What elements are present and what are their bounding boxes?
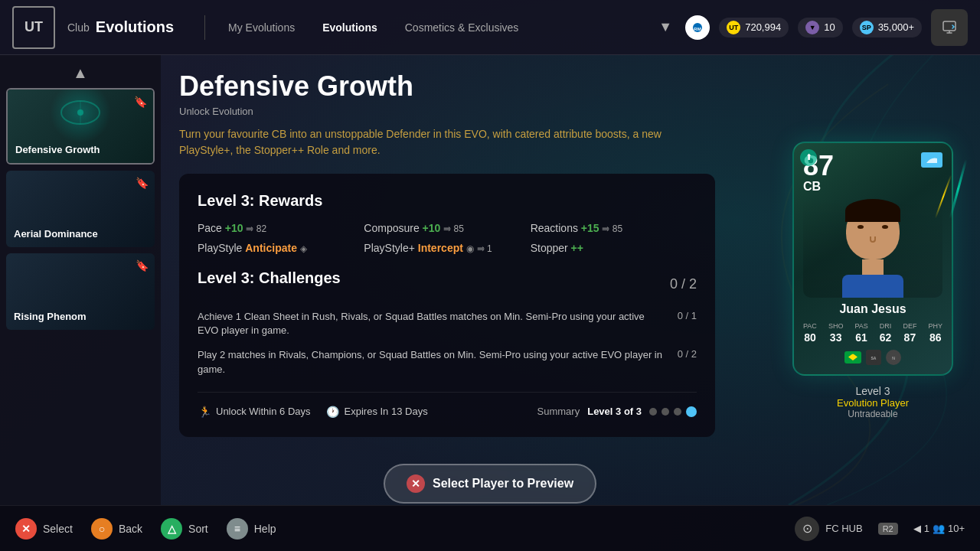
reward-pace-value: +10 [225, 222, 243, 234]
sidebar-up-arrow[interactable]: ▲ [0, 61, 161, 85]
coins-value: 720,994 [745, 21, 781, 33]
stat-sho: SHO 33 [828, 322, 844, 344]
face-head [846, 202, 900, 259]
reward-composure-max: ⥤ 85 [443, 223, 464, 234]
stat-phy-label: PHY [928, 322, 942, 330]
unlock-within-icon: 🏃 [198, 405, 211, 419]
trophies-icon: ▼ [805, 21, 819, 34]
glow-line-1 [949, 158, 968, 218]
tab-cosmetics[interactable]: Cosmetics & Exclusives [394, 17, 530, 38]
rewards-grid: Pace +10 ⥤ 82 Composure +10 ⥤ 85 Reactio… [198, 222, 697, 254]
filter-icon[interactable]: ▼ [655, 17, 676, 38]
card-stats: PAC 80 SHO 33 PAS 61 DRI 62 DEF 87 [803, 322, 942, 344]
face-hair [845, 199, 900, 222]
select-action-label: Select [43, 523, 73, 535]
sp-icon: SP [860, 21, 874, 34]
stat-pas-label: PAS [854, 322, 867, 330]
main-layout: ▲ Defensive Growth 🔖 Aerial Dominance 🔖 … [0, 55, 980, 505]
nav-users-icon: 👥 [933, 523, 945, 534]
select-button-x-icon: ✕ [407, 474, 425, 493]
club-label: Club [67, 21, 90, 34]
expires-text: Expires In 13 Days [345, 406, 428, 417]
stat-sho-label: SHO [828, 322, 844, 330]
card-player-image [803, 198, 942, 298]
stat-sho-value: 33 [830, 331, 842, 344]
challenges-total: 0 / 2 [670, 276, 697, 292]
help-action-label: Help [254, 523, 276, 535]
nav-prev-icon: ◀ [913, 523, 921, 534]
back-action-label: Back [119, 523, 142, 535]
face-placeholder [835, 202, 911, 294]
fc-hub-label: FC HUB [825, 523, 862, 534]
reward-playstyle-plus-value: Intercept [418, 242, 463, 254]
reward-playstyle-plus-label: PlayStyle+ [364, 242, 417, 254]
nav-users-count: 10+ [948, 523, 965, 534]
face-body [842, 275, 903, 298]
club-badge: RM [685, 15, 710, 40]
level-dot-current [686, 406, 697, 417]
tab-my-evolutions[interactable]: My Evolutions [217, 17, 305, 38]
bottom-action-back[interactable]: ○ Back [91, 518, 142, 540]
reward-stopper-label: Stopper [531, 242, 571, 254]
card-evolution-label: Evolution Player [837, 397, 909, 409]
challenge-text-1: Achieve 1 Clean Sheet in Rush, Rivals, o… [198, 310, 668, 337]
level-dot-1 [649, 408, 657, 416]
nav-tabs: My Evolutions Evolutions Cosmetics & Exc… [217, 17, 529, 38]
card-decoration [921, 152, 942, 168]
stat-pac-value: 80 [804, 331, 816, 344]
reward-reactions: Reactions +15 ⥤ 85 [531, 222, 697, 234]
notifications-button[interactable] [931, 9, 968, 46]
ut-logo[interactable]: UT [12, 6, 55, 49]
sidebar-item-label: Defensive Growth [15, 144, 100, 157]
reward-reactions-value: +15 [581, 222, 599, 234]
reward-playstyle: PlayStyle Anticipate ◈ [198, 242, 364, 254]
level-label: Level 3 of 3 [587, 406, 642, 417]
stat-dri-value: 62 [880, 331, 892, 344]
reward-stopper-value: ++ [571, 242, 583, 254]
player-card: ⬆ 87 CB [792, 142, 953, 376]
sidebar-glow-effect [50, 88, 111, 143]
card-flags: SA N [803, 350, 942, 365]
stat-def-label: DEF [903, 322, 916, 330]
face-neck [862, 259, 884, 275]
flag-brazil [844, 351, 861, 364]
expires-badge: 🕐 Expires In 13 Days [326, 405, 428, 419]
sidebar-item-defensive-growth[interactable]: Defensive Growth 🔖 [6, 88, 155, 165]
nav-controls[interactable]: ◀ 1 👥 10+ [913, 523, 965, 534]
reward-playstyle-plus-max: ⥤ 1 [477, 243, 492, 254]
level-dot-2 [662, 408, 669, 416]
nav-page: 1 [924, 523, 929, 534]
nav-divider [204, 15, 205, 40]
help-button-icon: ≡ [227, 518, 248, 540]
stat-phy: PHY 86 [928, 322, 942, 344]
stat-pac-label: PAC [803, 322, 817, 330]
sidebar: ▲ Defensive Growth 🔖 Aerial Dominance 🔖 … [0, 55, 161, 505]
bottom-action-help[interactable]: ≡ Help [227, 518, 276, 540]
coins-display: UT 720,994 [719, 18, 789, 37]
evo-icon: ⬆ [800, 149, 817, 166]
evolution-card: Level 3: Rewards Pace +10 ⥤ 82 Composure… [179, 174, 715, 437]
stat-pas: PAS 61 [854, 322, 867, 344]
bookmark-icon-2: 🔖 [136, 177, 149, 189]
sidebar-item-rising-phenom[interactable]: Rising Phenom 🔖 [6, 253, 155, 330]
trophies-display: ▼ 10 [798, 18, 842, 37]
player-panel: ⬆ 87 CB [766, 55, 980, 505]
evolution-description: Turn your favourite CB into an unstoppab… [179, 126, 700, 158]
content-area: Defensive Growth Unlock Evolution Turn y… [161, 55, 766, 505]
stat-dri: DRI 62 [880, 322, 892, 344]
bottom-action-select[interactable]: ✕ Select [15, 518, 73, 540]
top-navigation: UT Club Evolutions My Evolutions Evoluti… [0, 0, 980, 55]
tab-evolutions[interactable]: Evolutions [312, 17, 388, 38]
unlock-label: Unlock Evolution [179, 106, 747, 117]
expires-icon: 🕐 [326, 405, 340, 419]
club-small-badge: N [886, 350, 901, 365]
select-player-button[interactable]: ✕ Select Player to Preview [384, 464, 596, 504]
fc-hub[interactable]: ⊙ FC HUB [795, 517, 862, 541]
stat-phy-value: 86 [929, 331, 942, 344]
reward-playstyle-label: PlayStyle [198, 242, 245, 254]
sidebar-item-aerial-dominance[interactable]: Aerial Dominance 🔖 [6, 171, 155, 247]
bottom-action-sort[interactable]: △ Sort [161, 518, 208, 540]
unlock-within-text: Unlock Within 6 Days [216, 406, 311, 417]
svg-text:SA: SA [871, 356, 877, 360]
reward-reactions-label: Reactions [531, 222, 581, 234]
